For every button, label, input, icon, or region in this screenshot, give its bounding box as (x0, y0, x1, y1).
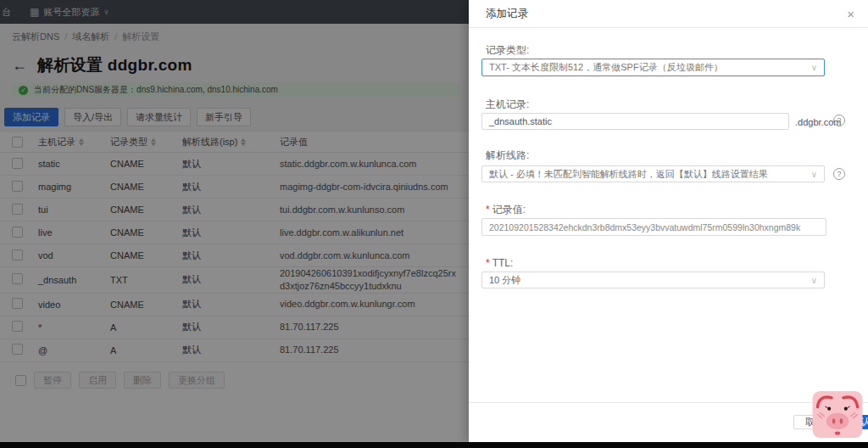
window-bottom-strip (0, 442, 868, 448)
ttl-select[interactable]: 10 分钟 ∨ (481, 272, 825, 288)
drawer-title: 添加记录 (486, 7, 847, 21)
line-select[interactable]: 默认 - 必填！未匹配到智能解析线路时，返回【默认】线路设置结果 ∨ (481, 165, 825, 182)
drawer-header: 添加记录 × (469, 0, 868, 28)
pig-sticker (811, 391, 864, 438)
host-record-label: 主机记录: (486, 98, 529, 112)
line-help-icon[interactable]: ? (833, 168, 845, 180)
required-mark: * (486, 204, 490, 216)
record-value-text: 202109201528342ehckdn3rb8dmx53eyy3bvvatu… (489, 222, 800, 232)
ttl-label: *TTL: (486, 257, 513, 269)
line-value: 默认 - 必填！未匹配到智能解析线路时，返回【默认】线路设置结果 (489, 168, 768, 181)
screen: 台 ▦ 账号全部资源 ∨ 云解析DNS/域名解析/解析设置 ← 解析设置 ddg… (0, 0, 868, 448)
record-type-label: 记录类型: (486, 43, 529, 58)
drawer-footer: 取消 确认 (469, 402, 868, 442)
ttl-value: 10 分钟 (489, 274, 520, 287)
record-value-input[interactable]: 202109201528342ehckdn3rb8dmx53eyy3bvvatu… (481, 218, 826, 236)
record-type-select[interactable]: TXT- 文本长度限制512，通常做SPF记录（反垃圾邮件） ∨ (481, 59, 825, 76)
console-page: 台 ▦ 账号全部资源 ∨ 云解析DNS/域名解析/解析设置 ← 解析设置 ddg… (0, 0, 469, 448)
add-record-drawer: 添加记录 × 记录类型: TXT- 文本长度限制512，通常做SPF记录（反垃圾… (469, 0, 868, 442)
host-record-value: _dnsauth.static (489, 116, 552, 126)
modal-dim-overlay (0, 0, 469, 448)
host-help-icon[interactable]: ? (833, 115, 845, 126)
close-icon[interactable]: × (847, 8, 854, 20)
chevron-down-icon: ∨ (811, 276, 817, 285)
required-mark: * (486, 257, 490, 269)
line-label: 解析线路: (486, 148, 529, 163)
record-value-label: *记录值: (486, 203, 526, 217)
host-record-input[interactable]: _dnsauth.static (481, 113, 789, 130)
chevron-down-icon: ∨ (811, 170, 817, 179)
record-type-value: TXT- 文本长度限制512，通常做SPF记录（反垃圾邮件） (489, 61, 723, 74)
chevron-down-icon: ∨ (811, 63, 817, 72)
